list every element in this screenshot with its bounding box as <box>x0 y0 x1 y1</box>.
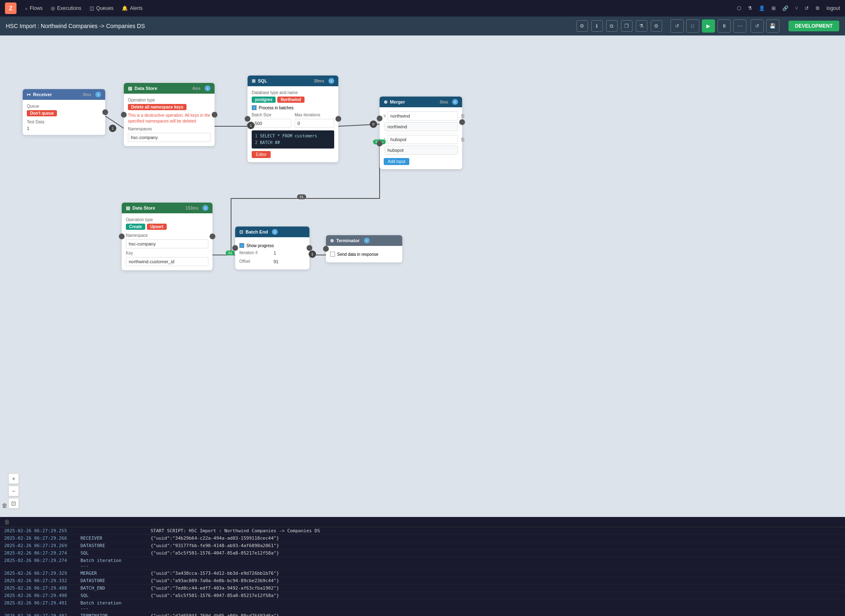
sql-output-port <box>335 116 341 122</box>
person-nav-icon[interactable]: 👤 <box>759 5 765 11</box>
nav-alerts[interactable]: 🔔 Alerts <box>122 5 143 11</box>
log-message: {"uuid":"93177fbb-fe90-4148-ab93-4af6898… <box>151 543 841 548</box>
zoom-in-button[interactable]: + <box>8 473 19 484</box>
nav-queues[interactable]: ◫ Queues <box>90 5 113 11</box>
merger-path2-delete[interactable]: 🗑 <box>460 137 465 142</box>
canvas-trash-icon[interactable]: 🗑 <box>2 502 7 509</box>
fit-view-button[interactable]: ⊡ <box>8 498 19 509</box>
log-message: {"uuid":"a93ac609-7a0a-4e8b-bc94-89cbe23… <box>151 578 841 583</box>
link-nav-icon[interactable]: 🔗 <box>782 5 788 11</box>
nav-executions[interactable]: ◎ Executions <box>51 5 81 11</box>
ds2-header: ▤ Data Store 153ms i <box>122 203 212 213</box>
flask-nav-icon[interactable]: ⚗ <box>748 5 752 11</box>
history-save-button[interactable]: ↺ <box>751 19 764 33</box>
merger-path1-delete[interactable]: 🗑 <box>460 113 465 119</box>
send-response-checkbox[interactable] <box>330 252 335 257</box>
ds1-info[interactable]: i <box>205 85 210 91</box>
settings2-button[interactable]: ⚙ <box>651 20 662 32</box>
log-row: 2025-02-26 06:27:29.274 Batch iteration … <box>0 557 845 570</box>
sql-line1: 1 SELECT * FROM customers <box>255 133 331 139</box>
receiver-node: ↦ Receiver 0ms i Queue Don't queue Test … <box>23 89 105 135</box>
frame-button[interactable]: □ <box>686 19 699 33</box>
show-progress-checkbox[interactable]: ✓ <box>239 243 244 248</box>
flows-icon: ⬦ <box>25 5 28 11</box>
batchend-info[interactable]: i <box>272 229 278 235</box>
merger-path2-input[interactable] <box>387 135 458 144</box>
log-type: SQL <box>80 593 122 598</box>
merger-input1-value[interactable] <box>385 122 458 131</box>
merger-input2-value[interactable] <box>385 146 458 155</box>
copy-button[interactable]: ⧉ <box>606 20 618 32</box>
zoom-controls: + − ⊡ <box>8 473 19 509</box>
ds1-namespace-input[interactable] <box>128 133 210 142</box>
ds2-key-input[interactable] <box>126 257 208 266</box>
log-message: {"uuid":"7ed0cc44-edf7-403a-9492-af63cfb… <box>151 585 841 591</box>
datastore2-icon: ▤ <box>126 205 130 211</box>
undo-button[interactable]: ↺ <box>670 19 684 33</box>
merger-node: ⊕ Merger 0ms i 0 🗑 1 🗑 <box>380 97 462 169</box>
log-clear-button[interactable]: 🗑 <box>4 519 10 525</box>
ds2-info[interactable]: i <box>203 205 208 211</box>
log-timestamp: 2025-02-26 06:27:29.266 <box>4 536 80 541</box>
settings-nav-icon[interactable]: ⚙ <box>815 5 820 11</box>
log-type: MERGER <box>80 571 122 576</box>
log-row: 2025-02-26 06:27:29.490 SQL {"uuid":"a5c… <box>0 592 845 599</box>
hubspot-logo[interactable]: Z <box>5 2 17 14</box>
info-button[interactable]: ℹ <box>591 20 603 32</box>
process-batches-checkbox[interactable]: ✓ <box>252 105 257 110</box>
environment-badge: DEVELOPMENT <box>788 21 839 31</box>
test-button[interactable]: ⚗ <box>636 20 647 32</box>
flow-action-icons: ⚙ ℹ ⧉ ❐ ⚗ ⚙ <box>576 20 662 32</box>
terminator-info[interactable]: i <box>364 238 370 243</box>
log-message: {"uuid":"a5c5f501-1576-4047-85a8-05217e1… <box>151 550 841 556</box>
log-row: 2025-02-26 06:27:29.255 START SCRIPT: HS… <box>0 527 845 535</box>
log-timestamp: 2025-02-26 06:27:29.492 <box>4 613 80 616</box>
receiver-header: ↦ Receiver 0ms i <box>23 89 105 100</box>
dots-button[interactable]: ⋯ <box>733 19 746 33</box>
delete-keys-badge: Delete all namespace keys <box>128 104 186 110</box>
receiver-info[interactable]: i <box>95 92 101 97</box>
clone-button[interactable]: ❐ <box>621 20 633 32</box>
merger-path1-input[interactable] <box>387 111 458 120</box>
create-badge: Create <box>126 224 145 230</box>
log-message: START SCRIPT: HSC Import : Northwind Com… <box>151 528 841 533</box>
branch-nav-icon[interactable]: ⑂ <box>795 5 798 11</box>
database-nav-icon[interactable]: ⬡ <box>737 5 741 11</box>
log-timestamp: 2025-02-26 06:27:29.274 <box>4 558 80 569</box>
sql-input-port <box>245 116 250 122</box>
batchend-input-port <box>232 245 238 251</box>
ds2-namespace-input[interactable] <box>126 239 208 248</box>
gear-button[interactable]: ⚙ <box>576 20 588 32</box>
nav-flows[interactable]: ⬦ Flows <box>25 5 42 11</box>
log-type: DATASTORE <box>80 578 122 583</box>
sql-info[interactable]: i <box>328 78 334 84</box>
log-status <box>122 585 151 591</box>
batch-size-input[interactable] <box>252 119 291 128</box>
save-button[interactable]: 💾 <box>766 19 779 33</box>
play-button[interactable]: ▶ <box>702 19 715 33</box>
save-controls: ↺ 💾 <box>751 19 779 33</box>
zoom-out-button[interactable]: − <box>8 486 19 496</box>
ds1-input-port <box>121 112 127 118</box>
receiver-icon: ↦ <box>27 92 31 97</box>
ds2-body: Operation type Create Upsert Namespace K… <box>122 213 212 270</box>
history-nav-icon[interactable]: ↺ <box>805 5 809 11</box>
add-input-button[interactable]: Add input <box>384 158 409 165</box>
show-progress-row: ✓ Show progress <box>239 243 305 248</box>
grid-nav-icon[interactable]: ⊞ <box>772 5 776 11</box>
pause-button[interactable]: ⏸ <box>718 19 731 33</box>
upsert-badge: Upsert <box>147 224 167 230</box>
merger-body: 0 🗑 1 🗑 Add input <box>380 107 462 169</box>
log-header: 🗑 <box>0 517 845 527</box>
editor-button[interactable]: Editor <box>252 151 271 158</box>
logout-label[interactable]: logout <box>826 5 840 11</box>
flow-toolbar: HSC Import : Northwind Companies -> Comp… <box>0 17 845 35</box>
log-message <box>151 558 841 569</box>
ds2-input-port <box>119 234 125 239</box>
max-iterations-input[interactable] <box>295 119 334 128</box>
batchend-output-port <box>307 245 312 251</box>
merger-info[interactable]: i <box>452 99 458 105</box>
merger-header: ⊕ Merger 0ms i <box>380 97 462 107</box>
log-rows-container: 2025-02-26 06:27:29.255 START SCRIPT: HS… <box>0 527 845 616</box>
terminator-node: ⊗ Terminator i Send data in response <box>326 235 402 262</box>
